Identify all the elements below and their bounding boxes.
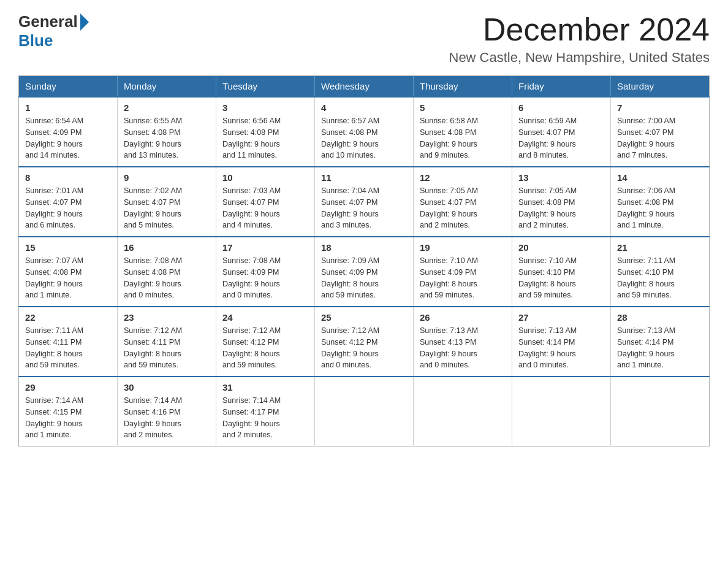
calendar-cell: 17Sunrise: 7:08 AM Sunset: 4:09 PM Dayli… [216, 237, 315, 307]
calendar-cell: 2Sunrise: 6:55 AM Sunset: 4:08 PM Daylig… [118, 97, 216, 167]
day-info: Sunrise: 7:13 AM Sunset: 4:14 PM Dayligh… [518, 325, 604, 371]
calendar-cell: 18Sunrise: 7:09 AM Sunset: 4:09 PM Dayli… [315, 237, 414, 307]
day-number: 21 [617, 242, 703, 253]
calendar-week-row: 1Sunrise: 6:54 AM Sunset: 4:09 PM Daylig… [19, 97, 710, 167]
day-number: 5 [420, 102, 506, 113]
day-number: 19 [420, 242, 506, 253]
logo-triangle-icon [80, 13, 89, 31]
calendar-cell [414, 377, 512, 446]
calendar-cell: 21Sunrise: 7:11 AM Sunset: 4:10 PM Dayli… [611, 237, 710, 307]
weekday-header-friday: Friday [512, 76, 611, 98]
calendar-cell [315, 377, 414, 446]
logo: General Blue [18, 12, 89, 50]
calendar-week-row: 15Sunrise: 7:07 AM Sunset: 4:08 PM Dayli… [19, 237, 710, 307]
day-number: 14 [617, 172, 703, 183]
day-info: Sunrise: 7:08 AM Sunset: 4:09 PM Dayligh… [222, 255, 308, 301]
calendar-cell: 4Sunrise: 6:57 AM Sunset: 4:08 PM Daylig… [315, 97, 414, 167]
day-number: 3 [222, 102, 308, 113]
calendar-cell: 31Sunrise: 7:14 AM Sunset: 4:17 PM Dayli… [216, 377, 315, 446]
calendar-cell: 14Sunrise: 7:06 AM Sunset: 4:08 PM Dayli… [611, 167, 710, 237]
calendar-table: SundayMondayTuesdayWednesdayThursdayFrid… [18, 75, 710, 446]
day-info: Sunrise: 7:09 AM Sunset: 4:09 PM Dayligh… [321, 255, 407, 301]
calendar-cell: 27Sunrise: 7:13 AM Sunset: 4:14 PM Dayli… [512, 307, 611, 377]
calendar-cell: 6Sunrise: 6:59 AM Sunset: 4:07 PM Daylig… [512, 97, 611, 167]
day-number: 12 [420, 172, 506, 183]
day-number: 6 [518, 102, 604, 113]
header: General Blue December 2024 New Castle, N… [18, 12, 710, 66]
calendar-week-row: 8Sunrise: 7:01 AM Sunset: 4:07 PM Daylig… [19, 167, 710, 237]
day-info: Sunrise: 7:00 AM Sunset: 4:07 PM Dayligh… [617, 115, 703, 161]
day-info: Sunrise: 7:04 AM Sunset: 4:07 PM Dayligh… [321, 185, 407, 231]
day-number: 25 [321, 312, 407, 323]
calendar-cell: 3Sunrise: 6:56 AM Sunset: 4:08 PM Daylig… [216, 97, 315, 167]
day-number: 26 [420, 312, 506, 323]
day-info: Sunrise: 7:05 AM Sunset: 4:07 PM Dayligh… [420, 185, 506, 231]
day-info: Sunrise: 7:10 AM Sunset: 4:09 PM Dayligh… [420, 255, 506, 301]
day-info: Sunrise: 6:56 AM Sunset: 4:08 PM Dayligh… [222, 115, 308, 161]
calendar-cell [512, 377, 611, 446]
calendar-cell: 13Sunrise: 7:05 AM Sunset: 4:08 PM Dayli… [512, 167, 611, 237]
calendar-cell: 24Sunrise: 7:12 AM Sunset: 4:12 PM Dayli… [216, 307, 315, 377]
calendar-cell: 23Sunrise: 7:12 AM Sunset: 4:11 PM Dayli… [118, 307, 216, 377]
weekday-header-sunday: Sunday [19, 76, 118, 98]
calendar-cell: 12Sunrise: 7:05 AM Sunset: 4:07 PM Dayli… [414, 167, 512, 237]
location-subtitle: New Castle, New Hampshire, United States [449, 50, 710, 66]
weekday-header-monday: Monday [118, 76, 216, 98]
day-info: Sunrise: 7:11 AM Sunset: 4:10 PM Dayligh… [617, 255, 703, 301]
day-number: 17 [222, 242, 308, 253]
day-info: Sunrise: 7:05 AM Sunset: 4:08 PM Dayligh… [518, 185, 604, 231]
day-info: Sunrise: 7:13 AM Sunset: 4:13 PM Dayligh… [420, 325, 506, 371]
calendar-cell: 5Sunrise: 6:58 AM Sunset: 4:08 PM Daylig… [414, 97, 512, 167]
day-info: Sunrise: 6:55 AM Sunset: 4:08 PM Dayligh… [124, 115, 210, 161]
weekday-header-tuesday: Tuesday [216, 76, 315, 98]
day-number: 11 [321, 172, 407, 183]
day-number: 1 [25, 102, 111, 113]
logo-blue-text: Blue [18, 31, 53, 50]
calendar-cell: 16Sunrise: 7:08 AM Sunset: 4:08 PM Dayli… [118, 237, 216, 307]
day-number: 22 [25, 312, 111, 323]
day-info: Sunrise: 7:08 AM Sunset: 4:08 PM Dayligh… [124, 255, 210, 301]
logo-general-text: General [18, 12, 78, 31]
day-info: Sunrise: 7:12 AM Sunset: 4:12 PM Dayligh… [222, 325, 308, 371]
day-number: 7 [617, 102, 703, 113]
day-number: 10 [222, 172, 308, 183]
calendar-week-row: 22Sunrise: 7:11 AM Sunset: 4:11 PM Dayli… [19, 307, 710, 377]
day-number: 15 [25, 242, 111, 253]
calendar-cell [611, 377, 710, 446]
day-number: 30 [124, 382, 210, 393]
day-number: 4 [321, 102, 407, 113]
day-info: Sunrise: 7:10 AM Sunset: 4:10 PM Dayligh… [518, 255, 604, 301]
title-area: December 2024 New Castle, New Hampshire,… [449, 12, 710, 66]
day-info: Sunrise: 7:03 AM Sunset: 4:07 PM Dayligh… [222, 185, 308, 231]
day-info: Sunrise: 7:14 AM Sunset: 4:15 PM Dayligh… [25, 395, 111, 441]
day-info: Sunrise: 7:06 AM Sunset: 4:08 PM Dayligh… [617, 185, 703, 231]
day-info: Sunrise: 7:01 AM Sunset: 4:07 PM Dayligh… [25, 185, 111, 231]
day-number: 13 [518, 172, 604, 183]
day-number: 20 [518, 242, 604, 253]
calendar-cell: 7Sunrise: 7:00 AM Sunset: 4:07 PM Daylig… [611, 97, 710, 167]
day-info: Sunrise: 6:59 AM Sunset: 4:07 PM Dayligh… [518, 115, 604, 161]
calendar-cell: 15Sunrise: 7:07 AM Sunset: 4:08 PM Dayli… [19, 237, 118, 307]
day-info: Sunrise: 7:13 AM Sunset: 4:14 PM Dayligh… [617, 325, 703, 371]
day-number: 18 [321, 242, 407, 253]
month-title: December 2024 [449, 12, 710, 47]
calendar-cell: 8Sunrise: 7:01 AM Sunset: 4:07 PM Daylig… [19, 167, 118, 237]
day-info: Sunrise: 6:54 AM Sunset: 4:09 PM Dayligh… [25, 115, 111, 161]
calendar-cell: 28Sunrise: 7:13 AM Sunset: 4:14 PM Dayli… [611, 307, 710, 377]
day-number: 31 [222, 382, 308, 393]
calendar-cell: 25Sunrise: 7:12 AM Sunset: 4:12 PM Dayli… [315, 307, 414, 377]
weekday-header-thursday: Thursday [414, 76, 512, 98]
day-info: Sunrise: 7:12 AM Sunset: 4:11 PM Dayligh… [124, 325, 210, 371]
calendar-week-row: 29Sunrise: 7:14 AM Sunset: 4:15 PM Dayli… [19, 377, 710, 446]
calendar-cell: 20Sunrise: 7:10 AM Sunset: 4:10 PM Dayli… [512, 237, 611, 307]
day-info: Sunrise: 7:11 AM Sunset: 4:11 PM Dayligh… [25, 325, 111, 371]
calendar-cell: 1Sunrise: 6:54 AM Sunset: 4:09 PM Daylig… [19, 97, 118, 167]
day-number: 29 [25, 382, 111, 393]
calendar-header-row: SundayMondayTuesdayWednesdayThursdayFrid… [19, 76, 710, 98]
day-info: Sunrise: 7:02 AM Sunset: 4:07 PM Dayligh… [124, 185, 210, 231]
calendar-cell: 11Sunrise: 7:04 AM Sunset: 4:07 PM Dayli… [315, 167, 414, 237]
calendar-cell: 10Sunrise: 7:03 AM Sunset: 4:07 PM Dayli… [216, 167, 315, 237]
calendar-cell: 30Sunrise: 7:14 AM Sunset: 4:16 PM Dayli… [118, 377, 216, 446]
day-info: Sunrise: 6:57 AM Sunset: 4:08 PM Dayligh… [321, 115, 407, 161]
day-info: Sunrise: 7:14 AM Sunset: 4:16 PM Dayligh… [124, 395, 210, 441]
